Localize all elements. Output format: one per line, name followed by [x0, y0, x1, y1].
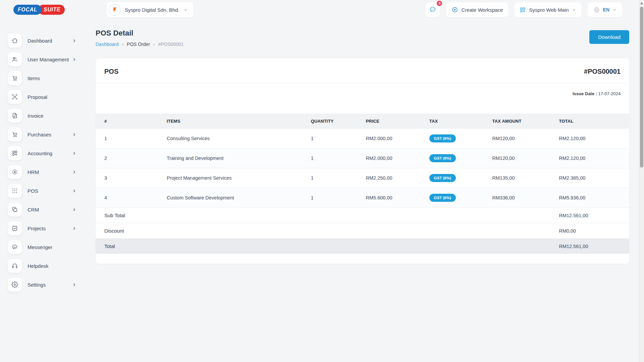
sidebar-item-crm[interactable]: CRM: [8, 202, 87, 217]
chevron-down-icon: [183, 8, 188, 12]
total-row: Total RM12.561,00: [96, 239, 629, 254]
table-row: 2 Training and Development 1 RM2.000,00 …: [96, 148, 629, 168]
breadcrumb-pos-order: POS Order: [127, 42, 150, 47]
chevron-right-icon: [72, 189, 76, 193]
sidebar-item-label: Dashboard: [28, 38, 52, 44]
sidebar-item-proposal[interactable]: Proposal: [8, 90, 87, 104]
checkbox-icon: [8, 221, 22, 235]
logo-suite: SUITE: [38, 5, 65, 15]
vertical-scrollbar[interactable]: [639, 0, 644, 362]
download-button[interactable]: Download: [589, 30, 629, 44]
col-tax-amount: TAX AMOUNT: [489, 114, 556, 129]
col-tax: TAX: [426, 114, 489, 129]
chat-bubble-icon: [8, 240, 22, 254]
issue-date-value: 17-07-2024: [598, 91, 621, 96]
plus-circle-icon: [451, 6, 458, 13]
cell-tax: GST (6%): [426, 129, 489, 148]
breadcrumb: Dashboard › POS Order › #POS00001: [96, 42, 184, 47]
sidebar-item-projects[interactable]: Projects: [8, 221, 87, 235]
sidebar: Dashboard User Management Items Proposal…: [0, 19, 87, 296]
issue-date-label: Issue Date :: [573, 91, 597, 96]
sidebar-item-items[interactable]: Items: [8, 71, 87, 85]
sidebar-item-purchases[interactable]: Purchases: [8, 127, 87, 141]
chevron-right-icon: [72, 132, 76, 137]
workspace-grid-icon: [520, 7, 526, 13]
company-logo-icon: [109, 4, 121, 16]
cell-index: 4: [96, 188, 163, 208]
sidebar-item-label: Messenger: [28, 244, 52, 250]
cell-index: 1: [96, 129, 163, 148]
breadcrumb-separator-icon: ›: [122, 42, 123, 47]
sidebar-item-helpdesk[interactable]: Helpdesk: [8, 259, 87, 273]
users-icon: [8, 52, 22, 66]
chat-button[interactable]: 0: [425, 2, 440, 17]
breadcrumb-dashboard[interactable]: Dashboard: [96, 42, 119, 47]
sidebar-item-label: Projects: [28, 226, 46, 231]
sidebar-item-label: Purchases: [28, 132, 51, 137]
cell-tax: GST (6%): [426, 188, 489, 208]
logo-focal: FOCAL: [13, 5, 42, 15]
sidebar-item-messenger[interactable]: Messenger: [8, 240, 87, 254]
cell-price: RM5.600,00: [362, 188, 426, 208]
breadcrumb-pos-number: #POS00001: [158, 42, 183, 47]
cell-quantity: 1: [308, 188, 363, 208]
col-items: ITEMS: [163, 114, 308, 129]
home-icon: [8, 34, 22, 48]
sidebar-item-label: Settings: [28, 282, 46, 288]
sidebar-item-label: CRM: [28, 207, 39, 213]
sidebar-item-label: Accounting: [28, 150, 52, 156]
sidebar-item-invoice[interactable]: Invoice: [8, 109, 87, 123]
overlapping-windows-icon: [8, 202, 22, 217]
headphones-icon: [8, 259, 22, 273]
language-selector[interactable]: EN: [588, 2, 622, 17]
table-header-row: # ITEMS QUANTITY PRICE TAX TAX AMOUNT TO…: [96, 114, 629, 129]
main-content: POS Detail Dashboard › POS Order › #POS0…: [96, 19, 629, 264]
scrollbar-thumb[interactable]: [640, 7, 643, 168]
cell-index: 3: [96, 168, 163, 188]
col-quantity: QUANTITY: [308, 114, 363, 129]
chevron-right-icon: [72, 57, 76, 62]
cell-total: RM2.385,00: [555, 168, 629, 188]
sidebar-item-pos[interactable]: POS: [8, 184, 87, 198]
cell-total: RM2.120,00: [555, 129, 629, 148]
person-dashed-circle-icon: [8, 165, 22, 179]
cell-tax-amount: RM120,00: [489, 148, 556, 168]
chevron-down-icon: [612, 8, 617, 12]
language-code: EN: [603, 7, 609, 12]
sidebar-item-settings[interactable]: Settings: [8, 278, 87, 292]
cell-item: Custom Software Development: [163, 188, 308, 208]
chevron-right-icon: [72, 226, 76, 231]
cell-item: Training and Development: [163, 148, 308, 168]
total-value: RM12.561,00: [555, 239, 629, 254]
create-workspace-button[interactable]: Create Workspace: [446, 2, 508, 17]
tax-badge: GST (6%): [429, 154, 456, 162]
cart-icon: [8, 127, 22, 141]
chevron-right-icon: [72, 283, 76, 287]
cell-total: RM5.936,00: [555, 188, 629, 208]
chevron-right-icon: [72, 39, 76, 43]
col-index: #: [96, 114, 163, 129]
sidebar-item-label: Invoice: [28, 113, 44, 119]
sidebar-item-accounting[interactable]: Accounting: [8, 146, 87, 160]
cell-price: RM2.000,00: [362, 148, 426, 168]
cell-item: Project Management Services: [163, 168, 308, 188]
tax-badge: GST (6%): [429, 174, 456, 182]
focal-suite-logo[interactable]: FOCAL SUITE: [13, 5, 65, 15]
cell-tax-amount: RM336,00: [489, 188, 556, 208]
chevron-down-icon: [572, 8, 576, 12]
sidebar-item-dashboard[interactable]: Dashboard: [8, 34, 87, 48]
sidebar-item-hrm[interactable]: HRM: [8, 165, 87, 179]
cart-icon: [8, 71, 22, 85]
gear-icon: [8, 278, 22, 292]
cell-item: Consulting Services: [163, 129, 308, 148]
scroll-up-arrow[interactable]: [640, 2, 643, 4]
workspace-selector[interactable]: Syspro Web Main: [514, 2, 581, 17]
breadcrumb-separator-icon: ›: [153, 42, 155, 47]
company-name: Syspro Digital Sdn. Bhd.: [125, 7, 179, 13]
chevron-right-icon: [72, 207, 76, 212]
sidebar-item-label: POS: [28, 188, 38, 194]
company-selector[interactable]: Syspro Digital Sdn. Bhd.: [107, 2, 193, 17]
cell-index: 2: [96, 148, 163, 168]
sidebar-item-user-management[interactable]: User Management: [8, 52, 87, 66]
cell-quantity: 1: [308, 129, 363, 148]
